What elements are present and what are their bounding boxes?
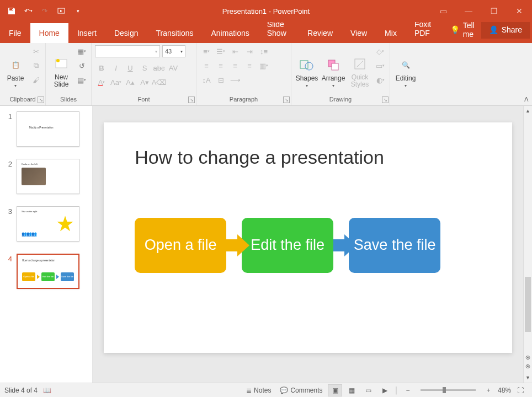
align-text-icon[interactable]: ⊟	[214, 74, 227, 86]
tab-design[interactable]: Design	[105, 23, 147, 43]
tab-review[interactable]: Review	[299, 23, 342, 43]
align-center-icon[interactable]: ≡	[214, 60, 227, 72]
undo-icon[interactable]: ↶▾	[21, 4, 35, 18]
font-color-icon[interactable]: A▾	[95, 76, 108, 88]
numbering-icon[interactable]: ☰▾	[214, 45, 227, 57]
section-icon[interactable]: ▤▾	[76, 74, 88, 86]
ribbon-tabs: File Home Insert Design Transitions Anim…	[0, 22, 532, 43]
quick-styles-button[interactable]: Quick Styles	[348, 45, 372, 88]
minimize-icon[interactable]: —	[456, 0, 481, 22]
tab-animations[interactable]: Animations	[202, 23, 258, 43]
fit-to-window-icon[interactable]: ⛶	[513, 384, 528, 396]
tab-file[interactable]: File	[0, 23, 30, 43]
font-dialog-launcher[interactable]: ↘	[188, 96, 195, 103]
ribbon-options-icon[interactable]: ▭	[430, 0, 456, 22]
justify-icon[interactable]: ≡	[243, 60, 256, 72]
start-from-beginning-icon[interactable]	[54, 4, 68, 18]
zoom-thumb[interactable]	[443, 387, 446, 393]
bold-icon[interactable]: B	[95, 62, 108, 74]
tab-transitions[interactable]: Transitions	[147, 23, 203, 43]
new-slide-button[interactable]: New Slide	[49, 45, 73, 88]
zoom-value[interactable]: 48%	[498, 387, 511, 394]
thumb-4[interactable]: 4 How to change a presentation Open a fi…	[4, 254, 88, 289]
zoom-out-button[interactable]: −	[401, 384, 415, 396]
bullets-icon[interactable]: ≡▾	[200, 45, 213, 57]
grow-font-icon[interactable]: A▴	[124, 76, 137, 88]
zoom-in-button[interactable]: +	[481, 384, 496, 396]
scroll-down-icon[interactable]: ▼	[524, 373, 532, 383]
strike-icon[interactable]: abc	[152, 62, 166, 74]
shadow-icon[interactable]: S	[138, 62, 151, 74]
change-case-icon[interactable]: Aa▾	[109, 76, 123, 88]
maximize-icon[interactable]: ❐	[481, 0, 507, 22]
shape-outline-icon[interactable]: ▭▾	[374, 60, 386, 72]
arrange-button[interactable]: Arrange ▾	[321, 45, 345, 88]
zoom-slider[interactable]	[421, 389, 476, 391]
align-right-icon[interactable]: ≡	[228, 60, 242, 72]
slide-counter[interactable]: Slide 4 of 4	[4, 387, 38, 394]
scroll-up-icon[interactable]: ▲	[524, 106, 532, 116]
slide-title[interactable]: How to change a presentation	[135, 147, 481, 168]
customize-qat-icon[interactable]: ▾	[71, 4, 85, 18]
underline-icon[interactable]: U	[124, 62, 137, 74]
char-spacing-icon[interactable]: AV	[167, 62, 180, 74]
flow-box-3[interactable]: Save the file	[349, 218, 440, 273]
editing-label: Editing	[396, 75, 416, 82]
shapes-button[interactable]: Shapes ▾	[295, 45, 319, 88]
clear-format-icon[interactable]: A⌫	[152, 76, 166, 88]
notes-button[interactable]: ≣Notes	[243, 383, 274, 398]
shape-fill-icon[interactable]: ◇▾	[374, 45, 386, 57]
scroll-thumb[interactable]	[525, 277, 531, 332]
spell-check-icon[interactable]: 📖	[43, 387, 51, 394]
line-spacing-icon[interactable]: ↕≡	[257, 45, 270, 57]
redo-icon[interactable]: ↷	[38, 4, 52, 18]
thumb-box: Edit the file	[41, 272, 55, 281]
cut-icon[interactable]: ✂	[30, 45, 42, 57]
drawing-dialog-launcher[interactable]: ↘	[382, 96, 389, 103]
normal-view-icon[interactable]: ▣	[328, 384, 342, 396]
next-slide-icon[interactable]: ⦿	[524, 364, 532, 373]
thumb-2[interactable]: 2 Koala on the left	[4, 159, 88, 194]
editing-button[interactable]: 🔍 Editing ▾	[393, 45, 418, 88]
font-name-combo[interactable]: ▾	[95, 45, 160, 57]
save-icon[interactable]	[4, 4, 19, 18]
clipboard-dialog-launcher[interactable]: ↘	[38, 96, 44, 103]
paragraph-dialog-launcher[interactable]: ↘	[283, 96, 290, 103]
format-painter-icon[interactable]: 🖌	[30, 74, 42, 86]
flow-box-1[interactable]: Open a file	[135, 218, 226, 273]
paste-button[interactable]: 📋 Paste ▾	[3, 45, 28, 88]
copy-icon[interactable]: ⧉	[30, 60, 42, 72]
columns-icon[interactable]: ▥▾	[257, 60, 270, 72]
smartart-icon[interactable]: ⟶	[228, 74, 242, 86]
thumb-1[interactable]: 1 Modify a Presentation	[4, 111, 88, 147]
reset-icon[interactable]: ↺	[76, 60, 88, 72]
align-left-icon[interactable]: ≡	[200, 60, 213, 72]
text-direction-icon[interactable]: ↕A	[200, 74, 213, 86]
collapse-ribbon-icon[interactable]: ᐱ	[524, 96, 529, 103]
reading-view-icon[interactable]: ▭	[361, 384, 375, 396]
vertical-scrollbar[interactable]: ▲ ⦿ ⦿ ▼	[523, 106, 532, 383]
slide-canvas[interactable]: How to change a presentation Open a file…	[93, 106, 523, 383]
slideshow-view-icon[interactable]: ▶	[377, 384, 392, 396]
shape-effects-icon[interactable]: ◐▾	[374, 74, 386, 86]
tab-home[interactable]: Home	[30, 23, 68, 43]
sorter-view-icon[interactable]: ▦	[344, 384, 359, 396]
font-size-combo[interactable]: 43▾	[162, 45, 185, 57]
smartart-flow[interactable]: Open a file Edit the file Save the file	[135, 218, 481, 273]
tab-mix[interactable]: Mix	[376, 23, 406, 43]
find-icon: 🔍	[397, 56, 414, 74]
prev-slide-icon[interactable]: ⦿	[524, 355, 532, 364]
slide[interactable]: How to change a presentation Open a file…	[104, 122, 512, 353]
italic-icon[interactable]: I	[109, 62, 123, 74]
tab-insert[interactable]: Insert	[68, 23, 105, 43]
tab-view[interactable]: View	[342, 23, 376, 43]
share-button[interactable]: 👤Share	[481, 21, 530, 39]
comments-button[interactable]: 💬Comments	[276, 383, 326, 398]
shrink-font-icon[interactable]: A▾	[138, 76, 151, 88]
decrease-indent-icon[interactable]: ⇤	[228, 45, 242, 57]
flow-box-2[interactable]: Edit the file	[242, 218, 333, 273]
close-icon[interactable]: ✕	[507, 0, 532, 22]
increase-indent-icon[interactable]: ⇥	[243, 45, 256, 57]
thumb-3[interactable]: 3 Star on the right ★ 👥👥👥	[4, 206, 88, 242]
layout-icon[interactable]: ▦▾	[76, 45, 88, 57]
